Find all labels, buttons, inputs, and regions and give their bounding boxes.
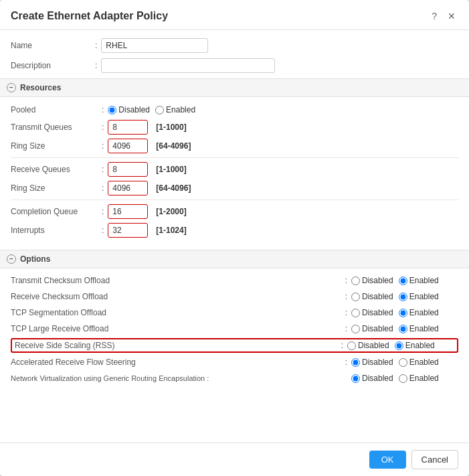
rss-enabled-radio[interactable] — [395, 341, 403, 350]
name-input[interactable] — [101, 38, 208, 53]
options-row-rss: Receive Side Scaling (RSS) : Disabled En… — [11, 338, 458, 353]
dialog-body: Name : Description : − Resources Pooled … — [0, 30, 469, 443]
pooled-radio-group: Disabled Enabled — [108, 105, 195, 114]
divider-1 — [11, 157, 458, 158]
ok-button[interactable]: OK — [369, 451, 406, 469]
opt2-disabled-radio[interactable] — [351, 309, 360, 317]
completion-queue-row: Completion Queue : [1-2000] — [11, 204, 458, 219]
opt6-disabled-radio[interactable] — [351, 374, 360, 383]
receive-queues-input[interactable] — [108, 162, 148, 177]
receive-ring-size-input[interactable] — [108, 181, 148, 195]
opt2-disabled-label[interactable]: Disabled — [351, 308, 393, 317]
transmit-ring-size-row: Ring Size : [64-4096] — [11, 139, 458, 153]
options-label-2: TCP Segmentation Offload — [11, 308, 341, 317]
options-radio-2: Disabled Enabled — [351, 308, 458, 317]
options-radio-5: Disabled Enabled — [351, 358, 458, 367]
pooled-disabled-text: Disabled — [118, 105, 150, 114]
rss-disabled-label[interactable]: Disabled — [347, 341, 389, 350]
transmit-ring-size-input[interactable] — [108, 139, 148, 153]
pooled-enabled-label[interactable]: Enabled — [155, 105, 195, 114]
options-label-5: Accelerated Receive Flow Steering — [11, 358, 341, 367]
create-ethernet-adapter-policy-dialog: Create Ethernet Adapter Policy ? ✕ Name … — [0, 0, 469, 476]
opt6-enabled-label[interactable]: Enabled — [399, 374, 439, 383]
completion-queue-input[interactable] — [108, 204, 148, 219]
opt0-disabled-radio[interactable] — [351, 276, 360, 285]
opt0-enabled-text: Enabled — [409, 276, 439, 285]
rss-enabled-label[interactable]: Enabled — [395, 341, 435, 350]
options-row-3: TCP Large Receive Offload : Disabled Ena… — [11, 322, 458, 335]
transmit-queues-range: [1-1000] — [156, 123, 186, 132]
pooled-label: Pooled — [11, 105, 98, 114]
opt0-enabled-label[interactable]: Enabled — [399, 276, 439, 285]
opt3-disabled-label[interactable]: Disabled — [351, 324, 393, 333]
transmit-queues-label: Transmit Queues — [11, 123, 98, 132]
description-input[interactable] — [101, 58, 275, 73]
transmit-queues-row: Transmit Queues : [1-1000] — [11, 120, 458, 135]
opt5-disabled-label[interactable]: Disabled — [351, 358, 393, 367]
rss-disabled-text: Disabled — [358, 341, 389, 350]
resources-section-header: − Resources — [0, 78, 469, 97]
dialog-footer: OK Cancel — [0, 443, 469, 476]
transmit-ring-size-range: [64-4096] — [156, 141, 191, 151]
options-radio-0: Disabled Enabled — [351, 276, 458, 285]
options-section-label: Options — [20, 254, 50, 264]
opt2-enabled-radio[interactable] — [399, 309, 407, 317]
options-label-3: TCP Large Receive Offload — [11, 324, 341, 333]
dialog-header: Create Ethernet Adapter Policy ? ✕ — [0, 0, 469, 30]
interrupts-input[interactable] — [108, 223, 148, 238]
opt1-enabled-label[interactable]: Enabled — [399, 292, 439, 301]
opt0-disabled-label[interactable]: Disabled — [351, 276, 393, 285]
options-content: Transmit Checksum Offload : Disabled Ena… — [11, 274, 458, 385]
pooled-row: Pooled : Disabled Enabled — [11, 105, 458, 114]
opt0-enabled-radio[interactable] — [399, 276, 407, 285]
receive-ring-size-range: [64-4096] — [156, 183, 191, 193]
description-row: Description : — [11, 58, 458, 73]
pooled-enabled-radio[interactable] — [155, 106, 164, 114]
header-icons: ? ✕ — [429, 9, 458, 23]
receive-ring-size-label: Ring Size — [11, 183, 98, 193]
opt5-enabled-label[interactable]: Enabled — [399, 358, 439, 367]
opt2-enabled-label[interactable]: Enabled — [399, 308, 439, 317]
resources-collapse-icon[interactable]: − — [7, 83, 16, 92]
close-button[interactable]: ✕ — [445, 9, 458, 23]
interrupts-row: Interrupts : [1-1024] — [11, 223, 458, 238]
options-row-6: Network Virtualization using Generic Rou… — [11, 372, 458, 385]
help-button[interactable]: ? — [429, 9, 440, 23]
dialog-title: Create Ethernet Adapter Policy — [11, 10, 168, 22]
transmit-ring-size-label: Ring Size — [11, 141, 98, 151]
opt1-enabled-text: Enabled — [409, 292, 439, 301]
opt5-enabled-text: Enabled — [409, 358, 439, 367]
opt1-enabled-radio[interactable] — [399, 293, 407, 301]
opt2-enabled-text: Enabled — [409, 308, 439, 317]
opt5-disabled-text: Disabled — [362, 358, 393, 367]
receive-queues-label: Receive Queues — [11, 165, 98, 174]
opt1-disabled-label[interactable]: Disabled — [351, 292, 393, 301]
interrupts-range: [1-1024] — [156, 226, 186, 235]
completion-queue-label: Completion Queue — [11, 207, 98, 216]
opt3-enabled-text: Enabled — [409, 324, 439, 333]
options-label-1: Receive Checksum Offload — [11, 292, 341, 301]
rss-disabled-radio[interactable] — [347, 341, 356, 350]
opt6-disabled-label[interactable]: Disabled — [351, 374, 393, 383]
opt6-enabled-radio[interactable] — [399, 374, 407, 383]
opt0-disabled-text: Disabled — [362, 276, 393, 285]
options-radio-1: Disabled Enabled — [351, 292, 458, 301]
resources-content: Pooled : Disabled Enabled Transmit Queue… — [11, 102, 458, 244]
options-section-header: − Options — [0, 250, 469, 268]
opt2-disabled-text: Disabled — [362, 308, 393, 317]
opt5-enabled-radio[interactable] — [399, 358, 407, 367]
options-collapse-icon[interactable]: − — [7, 254, 16, 264]
options-row-2: TCP Segmentation Offload : Disabled Enab… — [11, 306, 458, 319]
pooled-disabled-radio[interactable] — [108, 106, 116, 114]
opt1-disabled-radio[interactable] — [351, 293, 360, 301]
opt5-disabled-radio[interactable] — [351, 358, 360, 367]
opt3-disabled-radio[interactable] — [351, 325, 360, 333]
rss-enabled-text: Enabled — [405, 341, 435, 350]
pooled-disabled-label[interactable]: Disabled — [108, 105, 150, 114]
interrupts-label: Interrupts — [11, 226, 98, 235]
opt3-enabled-label[interactable]: Enabled — [399, 324, 439, 333]
cancel-button[interactable]: Cancel — [411, 450, 458, 469]
opt3-enabled-radio[interactable] — [399, 325, 407, 333]
opt6-disabled-text: Disabled — [362, 374, 393, 383]
transmit-queues-input[interactable] — [108, 120, 148, 135]
